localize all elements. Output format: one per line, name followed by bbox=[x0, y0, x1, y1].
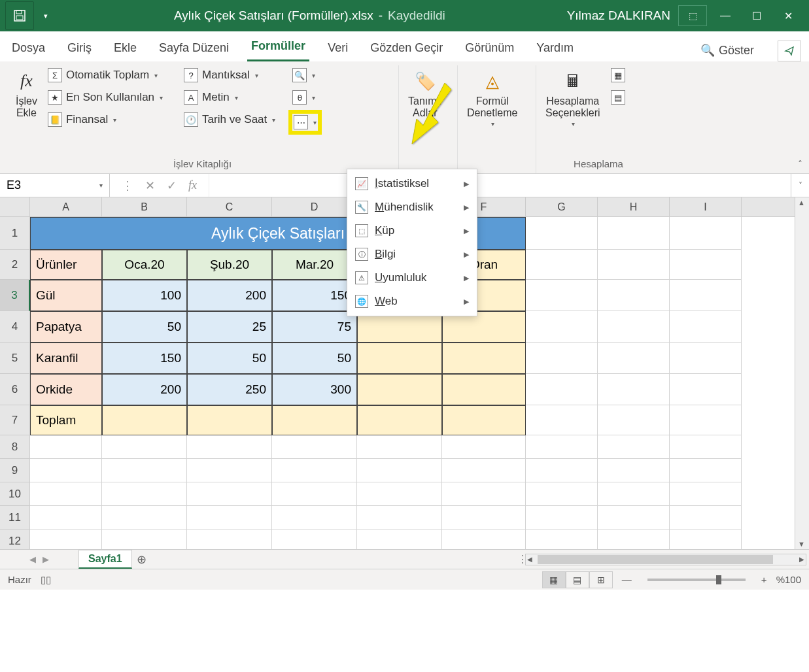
calculate-now-button[interactable]: ▦ bbox=[607, 65, 629, 85]
cell-empty[interactable] bbox=[526, 250, 598, 280]
tab-data[interactable]: Veri bbox=[324, 35, 352, 61]
tab-help[interactable]: Yardım bbox=[532, 35, 577, 61]
cell-empty[interactable] bbox=[187, 435, 272, 459]
formula-auditing-button[interactable]: ◬ Formül Denetleme▾ bbox=[463, 65, 521, 167]
tab-formulas[interactable]: Formüller bbox=[247, 33, 309, 61]
column-header-G[interactable]: G bbox=[526, 197, 598, 216]
cell-empty[interactable] bbox=[187, 459, 272, 482]
cell-empty[interactable] bbox=[526, 529, 598, 549]
column-header-I[interactable]: I bbox=[670, 197, 742, 216]
cell-empty[interactable] bbox=[30, 529, 102, 549]
cell-empty[interactable] bbox=[670, 311, 742, 343]
macro-record-icon[interactable]: ▯▯ bbox=[41, 574, 51, 586]
cell-empty[interactable] bbox=[670, 250, 742, 280]
cell-val-3-1[interactable]: 250 bbox=[187, 374, 272, 405]
autosum-button[interactable]: ΣOtomatik Toplam▾ bbox=[44, 65, 167, 85]
menu-item-cube[interactable]: ⬚Küp▶ bbox=[347, 219, 477, 243]
cell-total-col-1[interactable] bbox=[102, 405, 187, 435]
cell-empty[interactable] bbox=[526, 435, 598, 459]
cell-empty[interactable] bbox=[442, 435, 526, 459]
cell-empty[interactable] bbox=[272, 459, 357, 482]
cell-empty[interactable] bbox=[526, 217, 598, 250]
cell-empty[interactable] bbox=[442, 482, 526, 506]
sheet-tab-1[interactable]: Sayfa1 bbox=[78, 550, 132, 569]
cell-val-3-0[interactable]: 200 bbox=[102, 374, 187, 405]
view-normal-button[interactable]: ▦ bbox=[542, 571, 566, 588]
row-header-3[interactable]: 3 bbox=[0, 280, 30, 311]
cell-empty[interactable] bbox=[670, 343, 742, 374]
cell-empty[interactable] bbox=[357, 459, 442, 482]
cell-empty[interactable] bbox=[670, 459, 742, 482]
tab-view[interactable]: Görünüm bbox=[461, 35, 518, 61]
row-header-4[interactable]: 4 bbox=[0, 311, 30, 343]
calculation-options-button[interactable]: 🖩 Hesaplama Seçenekleri▾ bbox=[542, 65, 604, 156]
cell-empty[interactable] bbox=[442, 529, 526, 549]
cell-empty[interactable] bbox=[598, 280, 670, 311]
formula-bar-expand[interactable]: ˅ bbox=[791, 174, 809, 197]
cell-val-0-2[interactable]: 150 bbox=[272, 280, 357, 311]
qat-customize[interactable]: ▾ bbox=[39, 12, 52, 20]
cell-empty[interactable] bbox=[272, 529, 357, 549]
enter-formula-button[interactable]: ✓ bbox=[167, 178, 177, 193]
row-header-7[interactable]: 7 bbox=[0, 405, 30, 435]
cell-product-1[interactable]: Papatya bbox=[30, 311, 102, 343]
cell-empty[interactable] bbox=[442, 506, 526, 529]
cell-ratio-2[interactable] bbox=[442, 343, 526, 374]
row-header-2[interactable]: 2 bbox=[0, 250, 30, 280]
text-button[interactable]: AMetin▾ bbox=[180, 88, 279, 107]
cell-empty[interactable] bbox=[670, 374, 742, 405]
cell-empty[interactable] bbox=[526, 405, 598, 435]
cell-total-col-3[interactable] bbox=[272, 405, 357, 435]
cell-header-1[interactable]: Oca.20 bbox=[102, 250, 187, 280]
cell-total-col-4[interactable] bbox=[357, 405, 442, 435]
name-box[interactable]: E3 ▾ bbox=[0, 174, 110, 197]
cell-empty[interactable] bbox=[598, 217, 670, 250]
tab-review[interactable]: Gözden Geçir bbox=[366, 35, 447, 61]
cell-empty[interactable] bbox=[526, 311, 598, 343]
row-header-5[interactable]: 5 bbox=[0, 343, 30, 374]
cell-empty[interactable] bbox=[30, 482, 102, 506]
cell-empty[interactable] bbox=[272, 435, 357, 459]
cell-empty[interactable] bbox=[526, 459, 598, 482]
cell-val-2-2[interactable]: 50 bbox=[272, 343, 357, 374]
cell-empty[interactable] bbox=[598, 311, 670, 343]
tab-file[interactable]: Dosya bbox=[8, 35, 49, 61]
select-all-corner[interactable] bbox=[0, 197, 30, 217]
cell-empty[interactable] bbox=[187, 506, 272, 529]
cell-empty[interactable] bbox=[598, 435, 670, 459]
insert-function-button[interactable]: fx İşlev Ekle bbox=[12, 65, 41, 156]
column-header-H[interactable]: H bbox=[598, 197, 670, 216]
cell-header-0[interactable]: Ürünler bbox=[30, 250, 102, 280]
cell-empty[interactable] bbox=[598, 250, 670, 280]
row-header-8[interactable]: 8 bbox=[0, 435, 30, 459]
cell-empty[interactable] bbox=[357, 482, 442, 506]
save-button[interactable] bbox=[5, 1, 34, 30]
cell-empty[interactable] bbox=[526, 506, 598, 529]
cell-empty[interactable] bbox=[102, 529, 187, 549]
cell-product-2[interactable]: Karanfil bbox=[30, 343, 102, 374]
cell-empty[interactable] bbox=[187, 529, 272, 549]
zoom-level[interactable]: %100 bbox=[776, 574, 801, 585]
cell-empty[interactable] bbox=[598, 482, 670, 506]
cell-empty[interactable] bbox=[670, 506, 742, 529]
cell-val-0-1[interactable]: 200 bbox=[187, 280, 272, 311]
cell-empty[interactable] bbox=[187, 482, 272, 506]
cell-empty[interactable] bbox=[102, 482, 187, 506]
math-trig-button[interactable]: θ▾ bbox=[288, 88, 322, 107]
cell-empty[interactable] bbox=[30, 459, 102, 482]
cell-empty[interactable] bbox=[598, 529, 670, 549]
cell-val-3-2[interactable]: 300 bbox=[272, 374, 357, 405]
cell-empty[interactable] bbox=[526, 343, 598, 374]
row-header-10[interactable]: 10 bbox=[0, 482, 30, 506]
cell-empty[interactable] bbox=[442, 459, 526, 482]
menu-item-compatibility[interactable]: ⚠Uyumluluk▶ bbox=[347, 266, 477, 290]
minimize-button[interactable]: — bbox=[710, 1, 741, 30]
cell-empty[interactable] bbox=[670, 217, 742, 250]
vertical-scrollbar[interactable] bbox=[795, 197, 809, 549]
lookup-reference-button[interactable]: 🔍▾ bbox=[288, 65, 322, 85]
formula-input[interactable] bbox=[209, 174, 791, 197]
tab-home[interactable]: Giriş bbox=[63, 35, 95, 61]
cell-empty[interactable] bbox=[526, 280, 598, 311]
cell-empty[interactable] bbox=[357, 435, 442, 459]
insert-function-fx-button[interactable]: fx bbox=[188, 178, 197, 192]
